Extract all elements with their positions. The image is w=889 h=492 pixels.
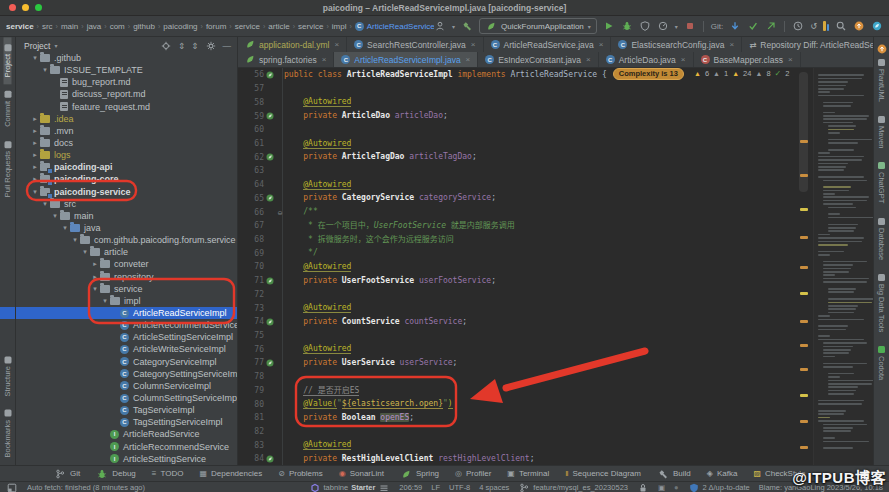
tree-item[interactable]: ▾main [16,210,237,222]
tree-expanded-icon[interactable]: ▾ [90,285,100,293]
search-everywhere-button[interactable] [835,20,847,32]
caret-position[interactable]: 206:59 [399,483,422,492]
spring-bean-icon[interactable] [264,318,276,326]
tree-expanded-icon[interactable]: ▾ [60,224,70,232]
tree-item[interactable]: CArticleRecommendServiceImpl [16,319,237,331]
breadcrumb-item[interactable]: com [110,22,125,31]
tree-item[interactable]: CColumnServiceImpl [16,380,237,392]
tree-item[interactable]: ▾.github [16,52,237,64]
sidebar-item-commit[interactable]: Commit [4,84,12,134]
sidebar-item-codota[interactable]: Codota [878,339,886,387]
tree-item[interactable]: CArticleReadServiceImpl [16,307,237,319]
breadcrumb-item[interactable]: paicoding [163,22,197,31]
hide-panel-icon[interactable]: — [223,41,232,51]
tree-item[interactable]: bug_report.md [16,76,237,88]
tool-button-profiler[interactable]: ◎Profiler [447,469,499,478]
changes-widget[interactable]: 2 Δ/up-to-date [688,482,750,492]
tree-collapsed-icon[interactable]: ▸ [30,115,40,123]
maximize-window-button[interactable] [35,4,42,11]
editor-tab[interactable]: CElasticsearchConfig.java× [611,37,742,52]
tool-button-git[interactable]: Git [46,468,88,480]
tree-expanded-icon[interactable]: ▾ [50,212,60,220]
tool-windows-icon[interactable] [6,482,18,492]
tree-item[interactable]: ▾service [16,283,237,295]
tree-item[interactable]: CArticleWriteServiceImpl [16,343,237,355]
tool-button-problems[interactable]: ⊘Problems [270,469,331,478]
tree-item[interactable]: ▾article [16,246,237,258]
undo-icon[interactable]: ↺ [810,22,817,31]
breadcrumb-item[interactable]: impl [332,22,347,31]
tool-button-kafka[interactable]: ◈Kafka [699,469,746,478]
indent-setting[interactable]: 4 spaces [479,483,509,492]
tree-item[interactable]: ▾impl [16,295,237,307]
close-tab-icon[interactable]: × [599,40,604,49]
tree-item[interactable]: CCategoryServiceImpl [16,356,237,368]
tree-expanded-icon[interactable]: ▾ [30,188,40,196]
tree-collapsed-icon[interactable]: ▸ [30,175,40,183]
collapse-all-icon[interactable]: ⇕ [191,41,198,51]
tree-expanded-icon[interactable]: ▾ [40,200,50,208]
locate-file-icon[interactable] [160,40,172,52]
tree-item[interactable]: IArticleReadService [16,428,237,440]
breadcrumb-item[interactable]: service [235,22,260,31]
breadcrumb-item[interactable]: java [87,22,102,31]
tabnine-settings-icon[interactable] [378,482,390,492]
sidebar-item-chatgpt[interactable]: ChatGPT [878,155,886,210]
close-tab-icon[interactable]: × [334,40,339,49]
fold-icon[interactable]: ⊖ [276,209,284,216]
gear-icon[interactable] [205,40,217,52]
tree-item[interactable]: CCategorySettingServiceImpl [16,368,237,380]
tree-expanded-icon[interactable]: ▾ [70,236,80,244]
close-tab-icon[interactable]: × [466,55,471,64]
tree-item[interactable]: ▸docs [16,137,237,149]
tree-item[interactable]: ▸paicoding-core [16,173,237,185]
sidebar-item-maven[interactable]: Maven [878,109,886,156]
tree-item[interactable]: CArticleSettingServiceImpl [16,331,237,343]
tree-item[interactable]: ▸.mvn [16,125,237,137]
sidebar-item-plantuml[interactable]: PlantUML [878,52,886,109]
spring-bean-icon[interactable] [264,455,276,463]
close-window-button[interactable] [9,4,16,11]
editor-tab[interactable]: spring.factories× [238,52,334,67]
tree-collapsed-icon[interactable]: ▸ [90,273,100,281]
tree-item[interactable]: CColumnSettingServiceImpl [16,392,237,404]
editor-tab[interactable]: ⇄Repository Diff: ArticleReadServiceImpl… [742,37,873,52]
breadcrumb-item[interactable]: src [42,22,53,31]
breadcrumb-item[interactable]: forum [206,22,226,31]
tool-button-dependencies[interactable]: ▦Dependencies [191,469,270,478]
git-push-button[interactable] [765,20,777,32]
sidebar-item-big-data-tools[interactable]: Big Data Tools [878,267,886,339]
editor-scrollbar[interactable] [794,68,814,465]
chevron-down-icon[interactable]: ▾ [675,23,678,30]
complexity-badge[interactable]: Complexity is 13 [613,68,684,80]
code-editor[interactable]: 56public class ArticleReadServiceImpl im… [238,68,797,465]
breadcrumb-item[interactable]: service [298,22,323,31]
spring-bean-icon[interactable] [264,71,276,79]
tree-item[interactable]: ▸repository [16,271,237,283]
spring-bean-icon[interactable] [264,277,276,285]
run-configuration-select[interactable]: QuickForumApplication▾ [479,18,597,34]
user-icon[interactable] [434,20,446,32]
expand-all-icon[interactable]: ⇕ [178,41,185,51]
spring-bean-icon[interactable] [264,112,276,120]
tree-collapsed-icon[interactable]: ▸ [90,260,100,268]
inspections-widget[interactable]: ▲6▲1▲24▲8✓2∧∨ [694,69,808,78]
tree-item[interactable]: ▸.idea [16,113,237,125]
tree-collapsed-icon[interactable]: ▸ [30,127,40,135]
tool-button-sequence-diagram[interactable]: ‖Sequence Diagram [557,469,649,478]
tree-item[interactable]: CTagServiceImpl [16,404,237,416]
breadcrumb-item[interactable]: github [133,22,155,31]
tool-button-debug[interactable]: Debug [88,468,144,480]
ide-update-icon[interactable] [853,20,865,32]
tree-item[interactable]: ▸paicoding-api [16,161,237,173]
tree-item[interactable]: ▸conveter [16,258,237,270]
notifications-icon[interactable] [877,40,887,50]
sidebar-item-bookmarks[interactable]: Bookmarks [4,403,12,465]
close-tab-icon[interactable]: × [788,55,793,64]
git-branch-widget[interactable]: feature/mysql_es_20230523 [518,482,628,492]
tool-button-spring[interactable]: Spring [392,468,447,480]
tree-expanded-icon[interactable]: ▾ [30,54,40,62]
tool-button-terminal[interactable]: ▣Terminal [499,469,557,478]
editor-tab[interactable]: CBaseMapper.class× [694,52,801,67]
breadcrumb-item[interactable]: service [6,22,34,31]
